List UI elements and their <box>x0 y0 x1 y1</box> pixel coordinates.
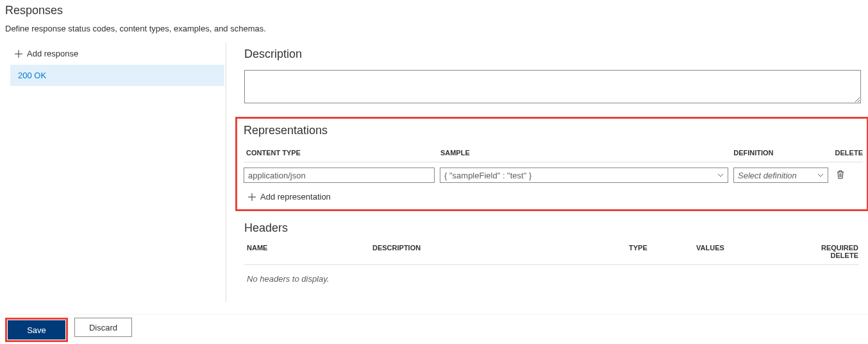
definition-dropdown[interactable]: Select definition <box>733 168 828 183</box>
add-representation-label: Add representation <box>260 192 331 202</box>
headers-section: Headers NAME DESCRIPTION TYPE VALUES REQ… <box>244 221 858 284</box>
description-textarea[interactable] <box>244 70 861 103</box>
col-content-type: CONTENT TYPE <box>244 149 440 157</box>
description-heading: Description <box>244 47 863 61</box>
hcol-values: VALUES <box>696 244 792 259</box>
sample-value: { "sampleField" : "test" } <box>444 171 531 180</box>
headers-empty-message: No headers to display. <box>244 265 858 284</box>
representations-section: Representations CONTENT TYPE SAMPLE DEFI… <box>235 117 868 211</box>
plus-icon <box>247 193 256 202</box>
save-button[interactable]: Save <box>8 320 65 340</box>
headers-heading: Headers <box>244 221 858 235</box>
plus-icon <box>14 49 23 58</box>
trash-icon <box>836 169 845 182</box>
definition-placeholder: Select definition <box>738 171 797 180</box>
col-sample: SAMPLE <box>440 149 733 157</box>
response-item-200[interactable]: 200 OK <box>10 65 224 86</box>
sample-dropdown[interactable]: { "sampleField" : "test" } <box>440 168 728 183</box>
add-representation-button[interactable]: Add representation <box>244 183 863 203</box>
save-highlight-box: Save <box>5 318 68 342</box>
hcol-required-delete: REQUIRED DELETE <box>792 244 858 259</box>
responses-sidebar: Add response 200 OK <box>5 42 226 302</box>
discard-button[interactable]: Discard <box>74 318 132 337</box>
content-type-input[interactable]: application/json <box>244 168 435 183</box>
representations-heading: Representations <box>244 124 863 137</box>
col-definition: DEFINITION <box>733 149 835 157</box>
hcol-name: NAME <box>244 244 372 259</box>
page-title: Responses <box>5 4 863 17</box>
representations-table-header: CONTENT TYPE SAMPLE DEFINITION DELETE <box>244 149 863 162</box>
page-subtitle: Define response status codes, content ty… <box>5 24 863 33</box>
content-type-value: application/json <box>248 171 306 180</box>
representation-row: application/json { "sampleField" : "test… <box>244 162 863 183</box>
chevron-down-icon <box>817 173 824 177</box>
headers-table-header: NAME DESCRIPTION TYPE VALUES REQUIRED DE… <box>244 244 858 265</box>
response-detail-pane: Description Representations CONTENT TYPE… <box>226 42 863 302</box>
col-delete: DELETE <box>835 149 863 157</box>
add-response-label: Add response <box>27 49 78 58</box>
hcol-type: TYPE <box>629 244 696 259</box>
button-bar: Save Discard <box>0 314 868 344</box>
chevron-down-icon <box>717 173 724 177</box>
delete-representation-button[interactable] <box>833 169 847 182</box>
add-response-button[interactable]: Add response <box>14 46 221 65</box>
hcol-description: DESCRIPTION <box>372 244 629 259</box>
